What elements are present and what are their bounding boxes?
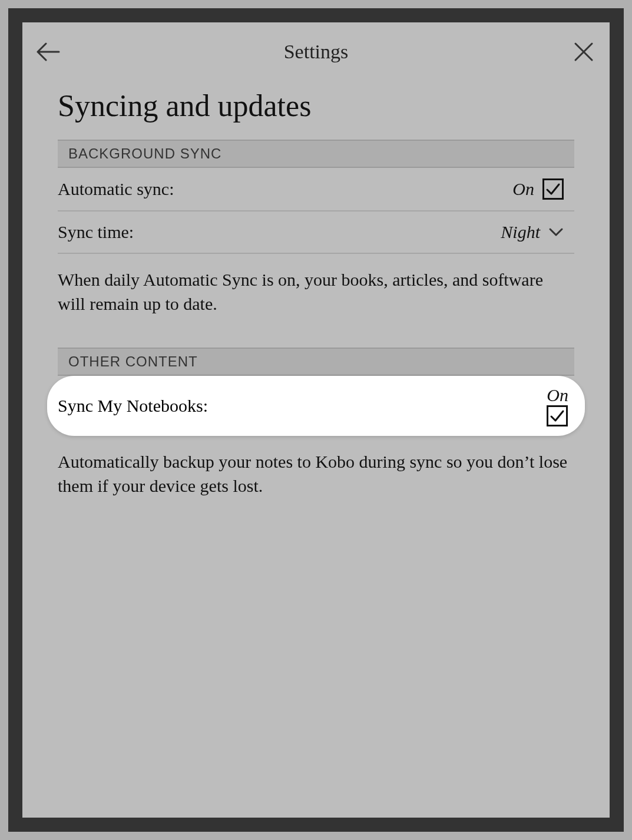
section-header-background-sync: BACKGROUND SYNC (58, 140, 574, 168)
content: Syncing and updates BACKGROUND SYNC Auto… (22, 88, 610, 521)
check-icon (549, 408, 565, 424)
topbar: Settings (22, 22, 610, 75)
sync-time-label: Sync time: (58, 222, 134, 242)
header-title: Settings (284, 41, 349, 63)
sync-time-value: Night (501, 222, 540, 242)
sync-notebooks-checkbox[interactable] (547, 405, 568, 426)
background-sync-description: When daily Automatic Sync is on, your bo… (58, 254, 574, 339)
row-sync-notebooks[interactable]: Sync My Notebooks: On (47, 376, 585, 436)
check-icon (545, 181, 561, 197)
row-automatic-sync[interactable]: Automatic sync: On (58, 168, 574, 211)
other-content-description: Automatically backup your notes to Kobo … (58, 436, 574, 521)
row-sync-time[interactable]: Sync time: Night (58, 211, 574, 254)
automatic-sync-checkbox[interactable] (542, 178, 564, 200)
back-button[interactable] (35, 39, 61, 65)
automatic-sync-label: Automatic sync: (58, 179, 174, 199)
sync-notebooks-label: Sync My Notebooks: (58, 396, 208, 416)
automatic-sync-value: On (512, 179, 534, 199)
chevron-down-icon (548, 227, 564, 237)
page-title: Syncing and updates (58, 88, 574, 123)
settings-screen: Settings Syncing and updates BACKGROUND … (22, 22, 610, 818)
close-icon (574, 42, 594, 62)
arrow-left-icon (37, 42, 60, 61)
sync-notebooks-value: On (547, 385, 568, 405)
section-header-other-content: OTHER CONTENT (58, 348, 574, 376)
close-button[interactable] (571, 39, 597, 65)
